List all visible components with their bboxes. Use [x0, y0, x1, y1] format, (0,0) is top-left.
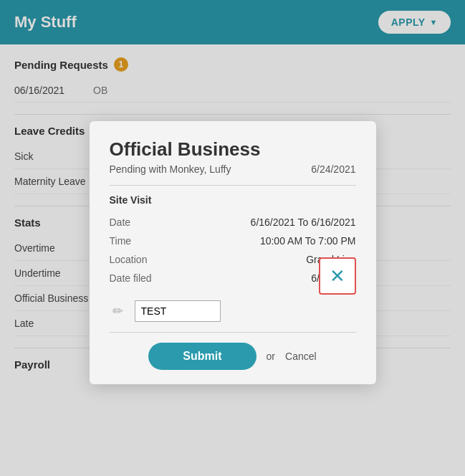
modal-filed-date: 6/24/2021 [311, 163, 355, 175]
detail-label-time: Time [110, 235, 174, 247]
submit-button[interactable]: Submit [148, 343, 256, 370]
detail-row-date: Date 6/16/2021 To 6/16/2021 [110, 213, 356, 232]
cancel-link[interactable]: Cancel [285, 351, 317, 362]
detail-label-location: Location [110, 254, 174, 265]
detail-label-date: Date [110, 216, 174, 228]
modal-subtitle: Pending with Monkey, Luffy [110, 163, 231, 175]
edit-icon: ✏ [112, 304, 123, 318]
comment-input[interactable] [135, 300, 221, 322]
close-modal-button[interactable]: ✕ [319, 257, 356, 295]
modal-footer: Submit or Cancel [110, 332, 356, 370]
detail-value-time: 10:00 AM To 7:00 PM [260, 235, 356, 247]
modal-title: Official Business [110, 138, 356, 161]
close-icon: ✕ [330, 267, 345, 285]
official-business-modal: Official Business Pending with Monkey, L… [90, 121, 376, 384]
detail-value-date: 6/16/2021 To 6/16/2021 [251, 216, 356, 228]
modal-section-label: Site Visit [110, 194, 356, 206]
modal-overlay: Official Business Pending with Monkey, L… [0, 0, 465, 476]
detail-row-time: Time 10:00 AM To 7:00 PM [110, 232, 356, 250]
detail-label-date-filed: Date filed [110, 272, 174, 284]
modal-divider [110, 185, 356, 186]
or-text: or [267, 351, 275, 362]
edit-icon-button[interactable]: ✏ [110, 300, 126, 322]
modal-subtitle-row: Pending with Monkey, Luffy 6/24/2021 [110, 163, 356, 175]
modal-actions-area: ✏ ✕ [110, 300, 356, 322]
